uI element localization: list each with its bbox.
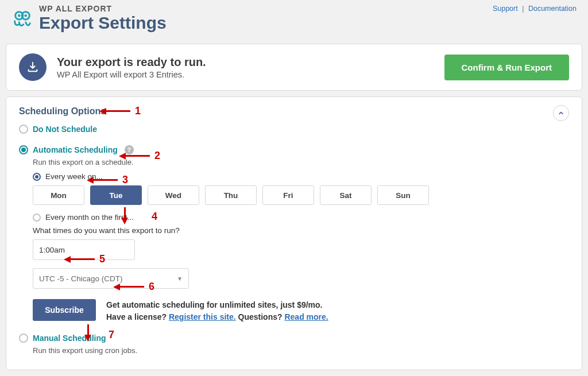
ready-subtitle: WP All Export will export 3 Entries. xyxy=(57,70,206,79)
ready-panel: Your export is ready to run. WP All Expo… xyxy=(6,44,582,91)
promo-line1: Get automatic scheduling for unlimited s… xyxy=(106,299,328,311)
day-btn-thu[interactable]: Thu xyxy=(205,185,257,205)
radio-automatic-scheduling[interactable]: Automatic Scheduling ? xyxy=(19,145,569,154)
scheduling-panel: Scheduling Options 1 Do Not Schedule Aut… xyxy=(6,96,582,370)
top-links: Support | Documentation xyxy=(493,5,577,13)
collapse-toggle[interactable] xyxy=(553,105,569,121)
radio-icon-selected xyxy=(19,145,28,154)
link-separator: | xyxy=(522,5,524,13)
every-week-label: Every week on... xyxy=(45,172,103,181)
read-more-link[interactable]: Read more. xyxy=(284,312,328,321)
svg-point-3 xyxy=(25,14,27,17)
help-icon[interactable]: ? xyxy=(125,145,134,154)
ready-title: Your export is ready to run. xyxy=(57,56,206,69)
radio-icon xyxy=(33,214,41,222)
page-title: Export Settings xyxy=(39,13,167,32)
time-value: 1:00am xyxy=(39,246,65,254)
scheduling-title: Scheduling Options xyxy=(19,106,569,117)
radio-icon xyxy=(19,125,28,134)
register-site-link[interactable]: Register this site. xyxy=(169,312,236,321)
top-header: WP ALL EXPORT Export Settings Support | … xyxy=(0,0,588,40)
every-month-label: Every month on the first... xyxy=(45,213,134,222)
radio-icon xyxy=(19,334,28,343)
day-btn-sun[interactable]: Sun xyxy=(377,185,429,205)
chevron-down-icon: ▼ xyxy=(177,276,183,282)
app-name: WP ALL EXPORT xyxy=(39,5,167,13)
automatic-desc: Run this export on a schedule. xyxy=(33,158,569,166)
day-btn-fri[interactable]: Fri xyxy=(262,185,314,205)
confirm-run-export-button[interactable]: Confirm & Run Export xyxy=(444,55,570,80)
svg-point-2 xyxy=(18,14,20,17)
day-btn-sat[interactable]: Sat xyxy=(320,185,372,205)
manual-desc: Run this export using cron jobs. xyxy=(33,346,569,355)
manual-label: Manual Scheduling xyxy=(33,334,106,343)
documentation-link[interactable]: Documentation xyxy=(528,5,577,13)
automatic-label: Automatic Scheduling xyxy=(33,145,118,154)
day-btn-tue[interactable]: Tue xyxy=(90,185,142,205)
support-link[interactable]: Support xyxy=(493,5,518,13)
do-not-schedule-label: Do Not Schedule xyxy=(33,125,97,134)
day-btn-wed[interactable]: Wed xyxy=(148,185,199,205)
radio-every-month[interactable]: Every month on the first... xyxy=(33,213,569,222)
time-question: What times do you want this export to ru… xyxy=(33,226,569,235)
radio-do-not-schedule[interactable]: Do Not Schedule xyxy=(19,125,569,134)
octopus-logo-icon xyxy=(11,8,33,30)
timezone-value: UTC -5 - Chicago (CDT) xyxy=(39,274,123,283)
days-row: MonTueWedThuFriSatSun xyxy=(33,185,569,205)
timezone-select[interactable]: UTC -5 - Chicago (CDT) ▼ xyxy=(33,268,189,289)
promo-line2b: Questions? xyxy=(236,312,285,321)
radio-every-week[interactable]: Every week on... xyxy=(33,172,569,181)
logo-block: WP ALL EXPORT Export Settings xyxy=(11,5,167,32)
subscribe-promo: Get automatic scheduling for unlimited s… xyxy=(106,299,328,323)
subscribe-button[interactable]: Subscribe xyxy=(33,299,96,321)
radio-manual-scheduling[interactable]: Manual Scheduling xyxy=(19,334,569,343)
promo-line2a: Have a license? xyxy=(106,312,169,321)
time-input[interactable]: 1:00am xyxy=(33,239,135,260)
download-icon xyxy=(19,53,47,81)
radio-icon-selected xyxy=(33,173,41,181)
day-btn-mon[interactable]: Mon xyxy=(33,185,84,205)
